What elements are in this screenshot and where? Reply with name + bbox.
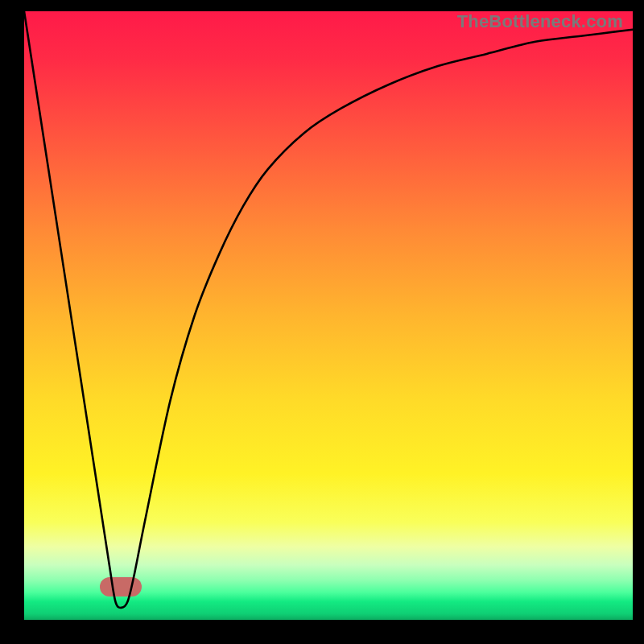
plot-area: TheBottleneck.com <box>24 11 633 620</box>
chart-frame: TheBottleneck.com <box>0 0 644 644</box>
curve-path <box>24 11 633 608</box>
bottleneck-curve <box>24 11 633 620</box>
